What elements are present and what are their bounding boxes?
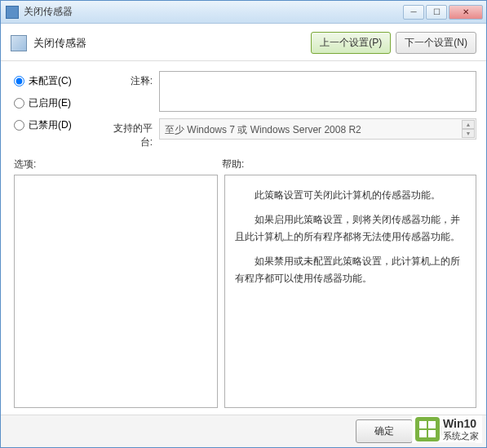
window-controls: ─ ☐ ✕ — [403, 5, 483, 20]
header-section: 关闭传感器 上一个设置(P) 下一个设置(N) — [1, 24, 486, 61]
close-button[interactable]: ✕ — [449, 5, 483, 20]
platform-label: 支持的平台: — [104, 118, 153, 149]
policy-editor-window: 关闭传感器 ─ ☐ ✕ 关闭传感器 上一个设置(P) 下一个设置(N) 未配置(… — [0, 0, 487, 448]
options-panel — [14, 175, 218, 408]
ok-button[interactable]: 确定 — [356, 419, 413, 443]
config-section: 未配置(C) 已启用(E) 已禁用(D) 注释: 支持的平台: 至少 Windo… — [1, 61, 486, 156]
radio-enabled-input[interactable] — [14, 98, 24, 109]
scroll-down-icon[interactable]: ▼ — [462, 129, 475, 138]
help-paragraph: 如果启用此策略设置，则将关闭传感器功能，并且此计算机上的所有程序都将无法使用传感… — [235, 211, 466, 246]
help-panel: 此策略设置可关闭此计算机的传感器功能。 如果启用此策略设置，则将关闭传感器功能，… — [224, 175, 476, 408]
platform-value-box: 至少 Windows 7 或 Windows Server 2008 R2 ▲ … — [159, 118, 476, 140]
platform-scroll[interactable]: ▲ ▼ — [462, 120, 475, 138]
panels-row: 此策略设置可关闭此计算机的传感器功能。 如果启用此策略设置，则将关闭传感器功能，… — [1, 175, 486, 415]
options-panel-label: 选项: — [14, 157, 222, 171]
scroll-up-icon[interactable]: ▲ — [462, 120, 475, 129]
policy-icon — [11, 35, 27, 51]
titlebar: 关闭传感器 ─ ☐ ✕ — [1, 1, 486, 24]
state-radio-group: 未配置(C) 已启用(E) 已禁用(D) — [14, 71, 87, 149]
radio-not-configured[interactable]: 未配置(C) — [14, 74, 87, 88]
radio-enabled-label: 已启用(E) — [29, 96, 71, 110]
policy-title: 关闭传感器 — [33, 36, 311, 51]
radio-not-configured-input[interactable] — [14, 76, 24, 86]
platform-value: 至少 Windows 7 或 Windows Server 2008 R2 — [165, 124, 361, 135]
comment-input[interactable] — [159, 71, 476, 112]
minimize-button[interactable]: ─ — [403, 5, 424, 20]
radio-enabled[interactable]: 已启用(E) — [14, 96, 87, 110]
previous-setting-button[interactable]: 上一个设置(P) — [311, 32, 391, 54]
radio-disabled-label: 已禁用(D) — [29, 118, 72, 132]
app-icon — [6, 6, 19, 19]
maximize-button[interactable]: ☐ — [426, 5, 447, 20]
next-setting-button[interactable]: 下一个设置(N) — [396, 32, 476, 54]
radio-disabled[interactable]: 已禁用(D) — [14, 118, 87, 132]
help-paragraph: 如果禁用或未配置此策略设置，此计算机上的所有程序都可以使用传感器功能。 — [235, 253, 466, 288]
watermark-logo-icon — [415, 417, 440, 441]
watermark-line2: 系统之家 — [443, 431, 479, 441]
watermark: Win10 系统之家 — [412, 415, 482, 443]
help-paragraph: 此策略设置可关闭此计算机的传感器功能。 — [235, 187, 466, 205]
panels-header: 选项: 帮助: — [1, 156, 486, 175]
radio-disabled-input[interactable] — [14, 120, 24, 131]
comment-label: 注释: — [104, 71, 153, 88]
radio-not-configured-label: 未配置(C) — [29, 74, 72, 88]
help-panel-label: 帮助: — [222, 157, 476, 171]
window-title: 关闭传感器 — [24, 5, 403, 19]
watermark-line1: Win10 — [443, 417, 479, 431]
